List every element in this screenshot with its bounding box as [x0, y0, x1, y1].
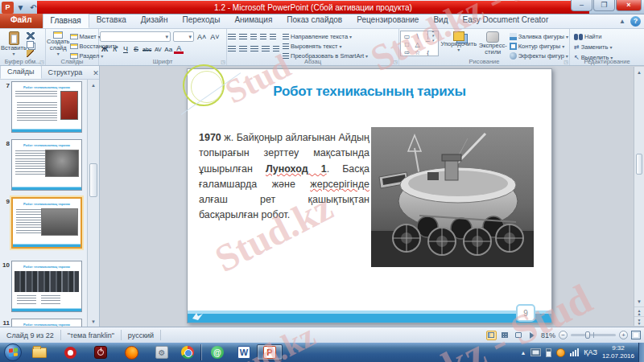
slide-canvas[interactable]: Робот техникасының тарихы 1970 ж. Байқоң…	[187, 68, 552, 323]
format-painter-icon[interactable]	[27, 50, 34, 57]
show-desktop-button[interactable]	[638, 343, 644, 362]
grow-font-icon[interactable]: A˄	[196, 32, 207, 42]
slide-thumbnail-8[interactable]: 8 Робот техникасының тарихы	[1, 139, 82, 191]
slide-thumbnail-7[interactable]: 7 Робот техникасының тарихы	[1, 81, 82, 133]
panel-scroll-down-icon[interactable]: ▼	[88, 316, 99, 327]
fit-to-window-button[interactable]	[631, 331, 641, 339]
zoom-out-button[interactable]: −	[559, 331, 568, 339]
minimize-button[interactable]: –	[571, 0, 592, 11]
network-monitor-icon[interactable]	[530, 348, 541, 356]
panel-scroll-up-icon[interactable]: ▲	[88, 80, 99, 90]
italic-button[interactable]: К	[110, 44, 120, 54]
panel-close-icon[interactable]: ✕	[89, 69, 100, 79]
hidden-icons-arrow[interactable]: ▲	[520, 350, 526, 356]
previous-slide-button[interactable]: ▲▲	[634, 306, 644, 316]
scroll-up-icon[interactable]: ▲	[634, 67, 644, 77]
tab-review[interactable]: Рецензирование	[349, 14, 426, 28]
font-color-button[interactable]: А	[174, 44, 184, 54]
tab-design[interactable]: Дизайн	[134, 14, 175, 28]
panel-scroll-thumb[interactable]	[89, 163, 97, 197]
clock[interactable]: 9:32 12.07.2016	[602, 344, 634, 360]
increase-indent-icon[interactable]	[260, 34, 266, 40]
strikethrough-button[interactable]: S	[131, 44, 141, 54]
new-slide-button[interactable]: Создать слайд ▾	[47, 31, 70, 60]
align-left-icon[interactable]	[228, 46, 236, 52]
paste-button[interactable]: Вставить ▾	[1, 31, 27, 57]
justify-icon[interactable]	[262, 46, 270, 52]
taskbar-power-app-button[interactable]	[88, 344, 114, 360]
shape-fill-button[interactable]: Заливка фигуры▾	[510, 32, 568, 41]
battery-icon[interactable]	[546, 348, 551, 357]
save-icon[interactable]: ▼	[14, 2, 27, 14]
panel-scrollbar[interactable]: ▲ ▼	[87, 80, 99, 327]
language-indicator[interactable]: русский	[122, 330, 161, 340]
font-name-select[interactable]: ▾	[100, 31, 171, 42]
replace-button[interactable]: ⇄Заменить▾	[574, 43, 643, 51]
tab-view[interactable]: Вид	[426, 14, 455, 28]
antivirus-icon[interactable]	[556, 348, 565, 357]
panel-tab-slides[interactable]: Слайды	[0, 66, 42, 79]
columns-icon[interactable]	[273, 46, 279, 52]
tab-home[interactable]: Главная	[43, 14, 89, 28]
taskbar-firefox-button[interactable]	[118, 344, 144, 360]
slide-title[interactable]: Робот техникасының тарихы	[212, 84, 527, 100]
tab-animations[interactable]: Анимация	[227, 14, 279, 28]
dialog-launcher-icon[interactable]: ◳	[564, 59, 568, 64]
shape-outline-button[interactable]: Контур фигуры▾	[510, 42, 568, 51]
change-case-button[interactable]: Аа	[163, 44, 173, 54]
line-spacing-icon[interactable]	[270, 34, 276, 40]
reading-view-button[interactable]	[514, 331, 524, 340]
dialog-launcher-icon[interactable]: ◳	[39, 59, 44, 64]
help-icon[interactable]: ?	[630, 16, 641, 27]
align-right-icon[interactable]	[250, 46, 258, 52]
numbering-icon[interactable]	[239, 34, 247, 40]
close-button[interactable]: ×	[616, 0, 642, 11]
shapes-gallery[interactable]: ▭∖∖□ △⌒⇨☆ {} ▴▾▾	[400, 31, 439, 56]
tab-file[interactable]: Файл	[0, 14, 43, 28]
slideshow-view-button[interactable]	[527, 331, 538, 340]
panel-tab-outline[interactable]: Структура	[42, 67, 89, 79]
taskbar-opera-button[interactable]	[57, 344, 83, 360]
decrease-indent-icon[interactable]	[250, 34, 257, 40]
copy-icon[interactable]	[27, 41, 34, 48]
scroll-down-icon[interactable]: ▼	[634, 296, 644, 306]
taskbar-utility-button[interactable]: ⚙	[149, 344, 175, 360]
minimize-ribbon-icon[interactable]: ▲	[619, 18, 625, 25]
scroll-thumb[interactable]	[636, 154, 642, 175]
tab-insert[interactable]: Вставка	[89, 14, 134, 28]
tab-transitions[interactable]: Переходы	[175, 14, 227, 28]
text-direction-button[interactable]: Направление текста▾	[283, 32, 368, 41]
next-slide-button[interactable]: ▼▼	[634, 316, 644, 326]
bullets-icon[interactable]	[228, 34, 236, 40]
maximize-button[interactable]: ❐	[593, 0, 615, 11]
align-center-icon[interactable]	[239, 46, 247, 52]
normal-view-button[interactable]	[486, 331, 497, 340]
keyboard-language[interactable]: ҚАЗ	[584, 348, 597, 356]
taskbar-powerpoint-button-active[interactable]: P	[257, 344, 283, 360]
zoom-slider-thumb[interactable]	[585, 331, 590, 339]
main-scrollbar[interactable]: ▲ ▼ ▲▲ ▼▼	[634, 67, 644, 326]
character-spacing-button[interactable]: AV	[153, 44, 163, 54]
underline-button[interactable]: Ч	[121, 44, 130, 54]
tab-easy-document-creator[interactable]: Easy Document Creator	[456, 14, 556, 28]
tab-slideshow[interactable]: Показ слайдов	[279, 14, 349, 28]
shapes-gallery-scrollbar[interactable]: ▴▾▾	[427, 31, 438, 39]
bold-button[interactable]: Ж	[100, 44, 109, 54]
zoom-level[interactable]: 81%	[541, 331, 555, 339]
slide-thumbnail-10[interactable]: 10 Робот техникасының тарихы	[1, 261, 82, 312]
signal-bars-icon[interactable]	[570, 348, 579, 356]
zoom-in-button[interactable]: +	[619, 331, 628, 339]
font-size-select[interactable]: ▾	[173, 31, 194, 42]
find-button[interactable]: Найти	[574, 32, 643, 41]
align-text-button[interactable]: Выровнять текст▾	[283, 42, 368, 51]
slide-thumbnail-9-selected[interactable]: 9 Робот техникасының тарихы	[1, 197, 82, 249]
zoom-slider[interactable]	[571, 334, 616, 336]
arrange-button[interactable]: Упорядочить ▾	[441, 31, 477, 60]
lunokhod-photo[interactable]	[371, 127, 534, 267]
taskbar-chrome-button[interactable]	[175, 344, 200, 360]
taskbar-word-button[interactable]: W	[231, 344, 257, 360]
slide-sorter-view-button[interactable]	[500, 331, 510, 340]
taskbar-mail-agent-button[interactable]: @	[204, 344, 230, 360]
theme-name[interactable]: "тема franklin"	[61, 330, 122, 340]
slide-body-text[interactable]: 1970 ж. Байқоңыр айлағынан Айдың топырағ…	[199, 130, 369, 224]
